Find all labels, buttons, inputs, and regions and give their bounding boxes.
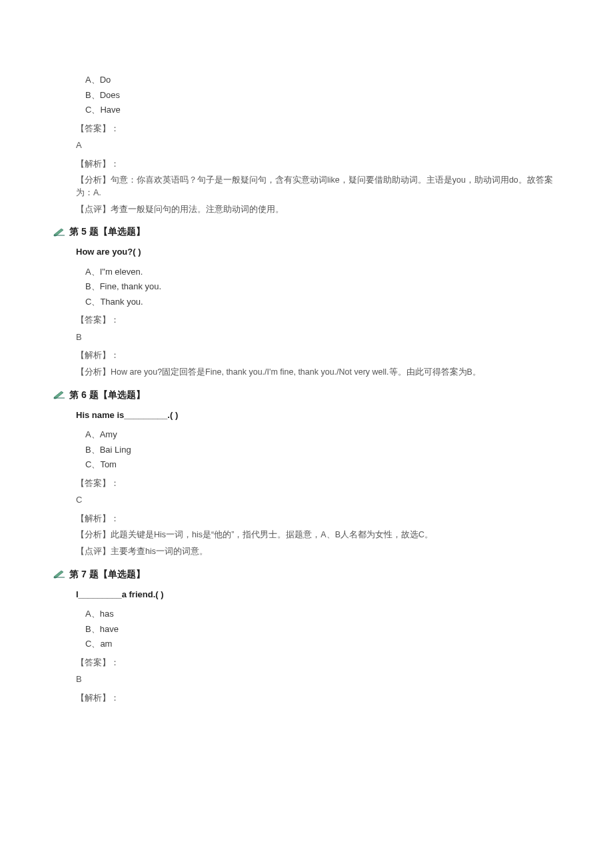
question-header: 第 5 题【单选题】	[69, 225, 145, 239]
answer-label: 【答案】：	[76, 122, 566, 135]
option-a: A、Do	[76, 73, 566, 87]
option-a: A、has	[76, 607, 566, 621]
question-header: 第 6 题【单选题】	[69, 388, 145, 402]
answer-value: A	[47, 139, 566, 152]
analysis-text: 【点评】考查一般疑问句的用法。注意助动词的使用。	[76, 203, 566, 216]
question-header: 第 7 题【单选题】	[69, 567, 145, 581]
question-stem: His name is_________.( )	[47, 409, 566, 422]
question-stem: How are you?( )	[47, 245, 566, 259]
analysis-text: 【分析】How are you?固定回答是Fine, thank you./I'…	[76, 366, 566, 379]
option-a: A、Amy	[76, 428, 566, 441]
answer-value: B	[47, 331, 566, 344]
option-b: B、have	[76, 623, 566, 636]
analysis-text: 【分析】此题关键是His一词，his是“他的”，指代男士。据题意，A、B人名都为…	[76, 529, 566, 541]
pencil-icon	[53, 227, 65, 237]
answer-label: 【答案】：	[76, 313, 566, 327]
analysis-label: 【解析】：	[76, 691, 566, 705]
pencil-icon	[53, 390, 65, 399]
option-a: A、I"m eleven.	[76, 265, 566, 279]
analysis-text: 【点评】主要考查his一词的词意。	[76, 545, 566, 558]
answer-value: B	[47, 673, 566, 686]
pencil-icon	[53, 569, 65, 579]
option-c: C、am	[76, 637, 566, 651]
option-c: C、Have	[76, 103, 566, 117]
option-c: C、Tom	[76, 458, 566, 471]
option-b: B、Does	[76, 89, 566, 102]
analysis-label: 【解析】：	[76, 157, 566, 171]
analysis-text: 【分析】句意：你喜欢英语吗？句子是一般疑问句，含有实意动词like，疑问要借助助…	[76, 174, 566, 199]
option-c: C、Thank you.	[76, 295, 566, 309]
answer-value: C	[47, 493, 566, 507]
option-b: B、Fine, thank you.	[76, 280, 566, 293]
analysis-label: 【解析】：	[76, 512, 566, 525]
answer-label: 【答案】：	[76, 656, 566, 669]
analysis-label: 【解析】：	[76, 349, 566, 362]
option-b: B、Bai Ling	[76, 443, 566, 457]
question-stem: I_________a friend.( )	[47, 588, 566, 601]
answer-label: 【答案】：	[76, 477, 566, 490]
